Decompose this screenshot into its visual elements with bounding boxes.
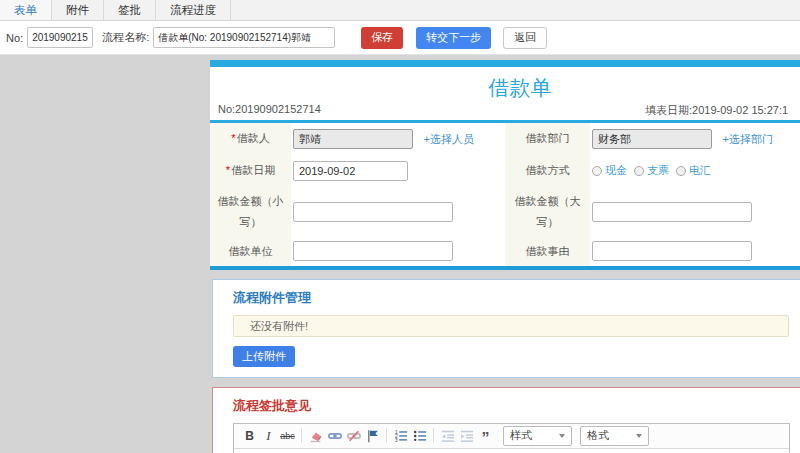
chevron-down-icon (559, 434, 565, 438)
borrower-input[interactable] (293, 129, 413, 149)
anchor-flag-button[interactable] (364, 427, 381, 445)
flag-icon (366, 429, 380, 443)
link-button[interactable] (326, 427, 343, 445)
next-step-button[interactable]: 转交下一步 (416, 27, 491, 49)
eraser-icon (309, 429, 323, 443)
required-mark: * (231, 132, 235, 144)
bold-button[interactable]: B (241, 427, 258, 445)
toolbar-separator (386, 428, 387, 443)
back-button[interactable]: 返回 (503, 27, 547, 49)
page-background: 借款单 No:20190902152714 填表日期:2019-09-02 15… (0, 55, 800, 453)
loan-date-value-cell (291, 155, 505, 187)
radio-cheque[interactable]: 支票 (634, 163, 669, 178)
editor-content-area[interactable] (234, 449, 789, 453)
tab-attachments[interactable]: 附件 (52, 0, 104, 20)
required-mark: * (226, 164, 230, 176)
unlink-button[interactable] (345, 427, 362, 445)
approval-card: 流程签批意见 B I abc (212, 387, 800, 453)
unit-label-cell: 借款单位 (210, 237, 291, 268)
save-button[interactable]: 保存 (361, 27, 403, 49)
chevron-down-icon (636, 434, 642, 438)
italic-button[interactable]: I (260, 427, 277, 445)
radio-circle-icon (676, 166, 686, 176)
radio-cash[interactable]: 现金 (592, 163, 627, 178)
no-label: No: (6, 32, 23, 44)
radio-wire-transfer-label: 电汇 (689, 163, 711, 178)
toolbar-separator (433, 428, 434, 443)
radio-cash-label: 现金 (605, 163, 627, 178)
remove-format-button[interactable] (307, 427, 324, 445)
department-input[interactable] (592, 129, 712, 149)
strikethrough-button[interactable]: abc (279, 427, 296, 445)
process-name-input[interactable] (153, 27, 335, 48)
no-input[interactable] (27, 27, 93, 48)
form-title: 借款单 (210, 67, 800, 103)
borrower-value-cell: +选择人员 (291, 122, 505, 155)
radio-circle-icon (592, 166, 602, 176)
unit-label: 借款单位 (229, 245, 273, 257)
svg-text:3: 3 (394, 437, 397, 442)
unit-input[interactable] (293, 241, 453, 261)
toolbar: No: 流程名称: 保存 转交下一步 返回 (0, 21, 800, 55)
link-icon (328, 429, 342, 443)
blockquote-button[interactable]: ” (477, 427, 494, 445)
radio-wire-transfer[interactable]: 电汇 (676, 163, 711, 178)
styles-dropdown-label: 样式 (510, 428, 532, 443)
styles-dropdown[interactable]: 样式 (503, 426, 572, 446)
reason-value-cell (590, 237, 800, 268)
form-meta-row: No:20190902152714 填表日期:2019-09-02 15:27:… (210, 103, 800, 120)
radio-cheque-label: 支票 (647, 163, 669, 178)
attachments-card: 流程附件管理 还没有附件! 上传附件 (212, 279, 800, 378)
toolbar-separator (301, 428, 302, 443)
amount-upper-label: 借款金额（大写） (515, 195, 581, 228)
upload-attachment-button[interactable]: 上传附件 (233, 346, 295, 367)
loan-date-label: 借款日期 (231, 164, 275, 176)
numbered-list-icon: 123 (394, 429, 408, 443)
approval-title: 流程签批意见 (233, 398, 800, 414)
format-dropdown-label: 格式 (587, 428, 609, 443)
unlink-icon (347, 429, 361, 443)
tab-approval[interactable]: 签批 (104, 0, 156, 20)
unit-value-cell (291, 237, 505, 268)
method-value-cell: 现金 支票 电汇 (590, 155, 800, 187)
loan-date-input[interactable] (293, 161, 408, 181)
header-accent-bar (210, 60, 800, 67)
tab-form[interactable]: 表单 (0, 0, 52, 20)
format-dropdown[interactable]: 格式 (580, 426, 649, 446)
amount-upper-input[interactable] (592, 202, 752, 222)
bulleted-list-icon (413, 429, 427, 443)
select-person-link[interactable]: +选择人员 (423, 133, 473, 145)
amount-upper-value-cell (590, 187, 800, 237)
loan-form-card: 借款单 No:20190902152714 填表日期:2019-09-02 15… (210, 60, 800, 270)
select-department-link[interactable]: +选择部门 (722, 133, 772, 145)
amount-lower-input[interactable] (293, 202, 453, 222)
borrower-label: 借款人 (237, 132, 270, 144)
reason-label-cell: 借款事由 (505, 237, 590, 268)
attachments-title: 流程附件管理 (233, 290, 800, 306)
loan-date-label-cell: *借款日期 (210, 155, 291, 187)
rich-text-editor: B I abc (233, 423, 790, 453)
indent-icon (460, 429, 474, 443)
department-label-cell: 借款部门 (505, 122, 590, 155)
numbered-list-button[interactable]: 123 (392, 427, 409, 445)
form-no-text: No:20190902152714 (218, 103, 321, 115)
borrower-label-cell: *借款人 (210, 122, 291, 155)
tab-process-progress[interactable]: 流程进度 (156, 0, 231, 20)
outdent-button[interactable] (439, 427, 456, 445)
indent-button[interactable] (458, 427, 475, 445)
method-label: 借款方式 (526, 164, 570, 176)
loan-form-table: *借款人 +选择人员 借款部门 +选择部门 (210, 120, 800, 270)
department-label: 借款部门 (526, 132, 570, 144)
editor-toolbar: B I abc (234, 424, 789, 449)
form-fill-date: 填表日期:2019-09-02 15:27:1 (645, 103, 788, 118)
amount-lower-label: 借款金额（小写） (218, 195, 284, 228)
amount-lower-label-cell: 借款金额（小写） (210, 187, 291, 237)
no-attachments-message: 还没有附件! (233, 315, 789, 337)
reason-input[interactable] (592, 241, 752, 261)
bulleted-list-button[interactable] (411, 427, 428, 445)
method-label-cell: 借款方式 (505, 155, 590, 187)
department-value-cell: +选择部门 (590, 122, 800, 155)
tab-bar: 表单 附件 签批 流程进度 (0, 0, 800, 21)
outdent-icon (441, 429, 455, 443)
loan-method-radio-group: 现金 支票 电汇 (592, 163, 800, 178)
